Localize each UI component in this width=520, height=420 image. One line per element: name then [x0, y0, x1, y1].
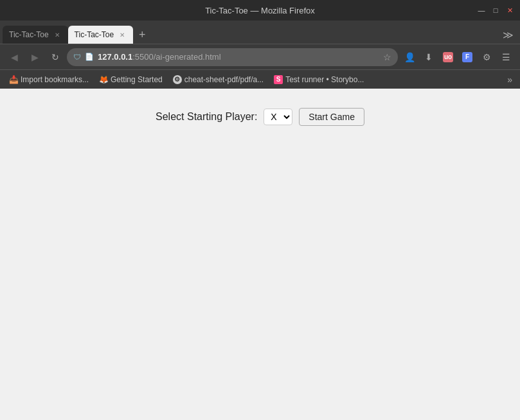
address-text[interactable]: 127.0.0.1:5500/ai-generated.html — [98, 52, 379, 62]
refresh-button[interactable] — [46, 48, 64, 66]
refresh-icon — [51, 52, 59, 62]
window-title: Tic-Tac-Toe — Mozilla Firefox — [44, 6, 476, 15]
select-starting-player-label: Select Starting Player: — [156, 111, 257, 123]
bookmark-import-label: Import bookmarks... — [21, 75, 89, 84]
import-icon: 📥 — [9, 75, 18, 84]
tab-label-1: Tic-Tac-Toe — [9, 30, 49, 39]
download-button[interactable]: ⬇ — [420, 48, 438, 66]
extension-blue-button[interactable]: F — [458, 48, 476, 66]
bookmark-storybook-label: Test runner • Storybo... — [285, 75, 364, 84]
gear-button[interactable] — [478, 48, 496, 66]
extension-blue-icon: F — [462, 52, 472, 62]
tab-tic-tac-toe-1[interactable]: Tic-Tac-Toe ✕ — [3, 26, 68, 44]
hamburger-button[interactable] — [497, 48, 515, 66]
maximize-button[interactable]: □ — [490, 5, 501, 15]
account-icon: 👤 — [404, 52, 415, 62]
tabbar-right: ≫ — [499, 26, 517, 44]
close-button[interactable]: ✕ — [505, 5, 515, 15]
forward-button[interactable] — [26, 48, 44, 66]
navbar: 🛡 📄 127.0.0.1:5500/ai-generated.html ☆ 👤… — [0, 44, 520, 69]
gear-icon — [483, 52, 491, 62]
back-button[interactable] — [5, 48, 23, 66]
tab-bar: Tic-Tac-Toe ✕ Tic-Tac-Toe ✕ + ≫ — [0, 21, 520, 44]
tab-tic-tac-toe-2[interactable]: Tic-Tac-Toe ✕ — [68, 26, 134, 44]
player-select[interactable]: X O — [264, 109, 292, 125]
bookmark-getting-started-label: Getting Started — [111, 75, 163, 84]
tab-close-2[interactable]: ✕ — [118, 30, 127, 39]
storybook-icon: S — [274, 75, 283, 84]
account-button[interactable]: 👤 — [400, 48, 418, 66]
new-tab-button[interactable]: + — [133, 26, 151, 44]
bookmark-import[interactable]: 📥 Import bookmarks... — [5, 74, 93, 85]
github-icon: ⚙ — [173, 75, 182, 84]
page-icon: 📄 — [85, 53, 94, 61]
bookmark-storybook[interactable]: S Test runner • Storybo... — [270, 74, 368, 85]
bookmarks-overflow-button[interactable]: » — [505, 73, 515, 86]
window-controls: — □ ✕ — [476, 5, 515, 15]
start-game-button[interactable]: Start Game — [299, 108, 364, 126]
bookmark-getting-started[interactable]: 🦊 Getting Started — [95, 74, 166, 85]
game-setup: Select Starting Player: X O Start Game — [156, 108, 364, 126]
firefox-icon: 🦊 — [99, 75, 108, 84]
address-host: 127.0.0.1 — [98, 52, 132, 62]
bookmark-cheat-sheet-label: cheat-sheet-pdf/pdf/a... — [184, 75, 264, 84]
bookmark-star-icon[interactable]: ☆ — [383, 52, 391, 62]
address-port-path: :5500/ai-generated.html — [132, 52, 220, 62]
tab-close-1[interactable]: ✕ — [53, 30, 62, 39]
bookmarks-bar: 📥 Import bookmarks... 🦊 Getting Started … — [0, 69, 520, 89]
shield-icon: 🛡 — [73, 53, 81, 62]
address-bar[interactable]: 🛡 📄 127.0.0.1:5500/ai-generated.html ☆ — [67, 48, 398, 66]
extension-uo-button[interactable]: uo — [439, 48, 457, 66]
minimize-button[interactable]: — — [476, 5, 487, 15]
bookmark-cheat-sheet[interactable]: ⚙ cheat-sheet-pdf/pdf/a... — [169, 74, 267, 85]
tab-label-2: Tic-Tac-Toe — [75, 30, 114, 39]
forward-icon — [31, 52, 39, 62]
nav-icons-right: 👤 ⬇ uo F — [400, 48, 515, 66]
hamburger-icon — [502, 52, 510, 62]
page-content: Select Starting Player: X O Start Game — [0, 89, 520, 420]
titlebar: Tic-Tac-Toe — Mozilla Firefox — □ ✕ — [0, 0, 520, 21]
extension-uo-icon: uo — [443, 52, 453, 62]
tab-menu-button[interactable]: ≫ — [499, 26, 517, 44]
download-icon: ⬇ — [425, 52, 433, 62]
back-icon — [11, 52, 18, 62]
